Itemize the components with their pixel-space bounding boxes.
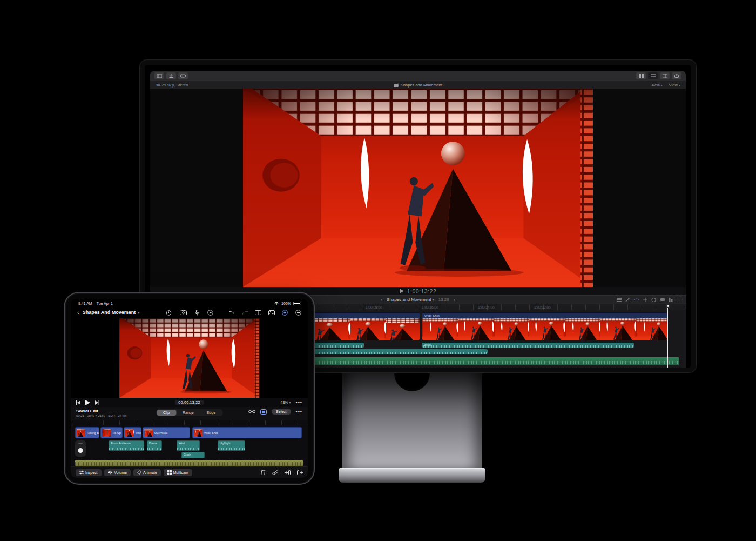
clip-thumbnails xyxy=(422,318,667,340)
play-icon[interactable] xyxy=(85,400,90,405)
audio-clip[interactable]: Wind xyxy=(177,440,200,451)
ruler-label: 1:00:16:00 xyxy=(422,305,438,309)
video-clip[interactable]: Rolling Ball xyxy=(75,427,99,438)
index-icon[interactable] xyxy=(617,298,622,302)
audio-clip[interactable]: Wind xyxy=(422,343,634,348)
keyframe-diamond-icon xyxy=(137,470,141,475)
video-clip[interactable]: Wide Shot xyxy=(192,427,302,438)
overwrite-icon[interactable] xyxy=(297,470,303,475)
play-circle-icon[interactable] xyxy=(207,310,213,316)
audio-clip[interactable]: Crash xyxy=(181,452,205,458)
ipad-screen: 9:41 AM Tue Apr 1 100% ‹ Shapes And Move… xyxy=(71,299,308,478)
clip-thumbnail xyxy=(315,318,350,340)
ipad-timeline-ruler[interactable] xyxy=(71,420,308,425)
trash-icon[interactable] xyxy=(261,470,266,475)
audio-clip[interactable]: Room Ambience xyxy=(109,440,144,451)
clip-thumbnail xyxy=(144,429,153,437)
audio-skimming-icon[interactable] xyxy=(651,298,656,302)
video-clip[interactable]: Wide Shot xyxy=(422,312,667,340)
share-button[interactable] xyxy=(672,72,681,79)
music-track[interactable] xyxy=(75,460,303,466)
timeline-forward-button[interactable]: › xyxy=(454,297,455,303)
clip-thumbnail xyxy=(194,429,202,437)
browser-view-button[interactable] xyxy=(636,72,646,79)
chevron-down-icon: ▾ xyxy=(433,298,434,302)
ipad-project-title[interactable]: Shapes And Movement xyxy=(83,310,136,315)
import-button[interactable] xyxy=(166,72,176,79)
clip-label: Overhead xyxy=(154,431,167,435)
audio-clip[interactable]: Highlight xyxy=(218,440,245,451)
back-chevron-icon[interactable]: ‹ xyxy=(77,309,79,316)
status-time: 9:41 AM xyxy=(78,302,92,305)
multicam-button[interactable]: Multicam xyxy=(164,469,192,476)
zoom-fit-icon[interactable] xyxy=(677,298,681,302)
stand-cable-notch xyxy=(394,372,430,391)
microphone-icon[interactable] xyxy=(195,310,199,316)
volume-button[interactable]: Volume xyxy=(104,469,131,476)
timeline-tool-handle[interactable] xyxy=(75,440,86,457)
clip-label: Tilt Up xyxy=(112,431,121,435)
timeline-view-button[interactable] xyxy=(648,72,658,79)
undo-icon[interactable] xyxy=(229,310,235,316)
viewer-format-info: 8K 29.97p, Stereo xyxy=(156,83,188,88)
inspector-button[interactable] xyxy=(660,72,670,79)
clip-thumbnail xyxy=(77,429,85,437)
clip-thumbnail xyxy=(102,429,111,437)
timer-icon[interactable] xyxy=(166,310,172,316)
viewer-zoom-menu[interactable]: 47% ▾ xyxy=(652,83,663,88)
more-button[interactable]: ••• xyxy=(296,409,302,415)
playhead-handle[interactable] xyxy=(666,304,670,308)
audio-clip[interactable]: Drama xyxy=(147,440,162,451)
blade-icon[interactable] xyxy=(272,470,278,475)
viewer-view-menu[interactable]: View ▾ xyxy=(669,83,680,88)
tools-icon[interactable] xyxy=(625,298,630,302)
ipad-timecode: 00:00:13:22 xyxy=(174,400,204,405)
split-view-icon[interactable] xyxy=(255,310,261,315)
select-button[interactable]: Select xyxy=(272,409,291,415)
audio-clip-label: Highlight xyxy=(218,441,245,445)
inspect-button[interactable]: Inspect xyxy=(76,469,102,476)
video-clip[interactable]: Inside xyxy=(124,427,141,438)
sidebar-toggle-button[interactable] xyxy=(154,72,164,79)
segment-clip[interactable]: Clip xyxy=(157,410,176,416)
viewer-video[interactable] xyxy=(243,89,593,287)
insert-icon[interactable] xyxy=(285,470,291,475)
connect-icon[interactable] xyxy=(248,409,255,414)
clip-browser-icon[interactable] xyxy=(260,409,267,415)
clip-thumbnail xyxy=(125,429,134,437)
skimming-icon[interactable] xyxy=(634,298,639,302)
timeline-back-button[interactable]: ‹ xyxy=(381,297,382,303)
skip-forward-icon[interactable] xyxy=(95,400,99,405)
audio-clip-label: Drama xyxy=(147,441,161,445)
video-clip[interactable]: Overhead xyxy=(143,427,190,438)
record-voiceover-icon[interactable] xyxy=(282,310,288,316)
keywords-button[interactable] xyxy=(178,72,188,79)
clip-thumbnail xyxy=(458,318,494,340)
ipad-nav-bar: ‹ Shapes And Movement ▾ xyxy=(71,306,308,318)
more-button[interactable]: ••• xyxy=(296,400,302,405)
timeline-project-meta: 00:21 · 3840 × 2160 · SDR · 24 fps xyxy=(76,414,127,417)
camera-icon[interactable] xyxy=(180,310,187,315)
redo-icon[interactable] xyxy=(242,310,248,316)
playhead[interactable] xyxy=(667,304,668,368)
segment-edge[interactable]: Edge xyxy=(200,410,222,416)
ipad-zoom-menu[interactable]: 43% ▾ xyxy=(281,400,291,404)
clip-label: Inside xyxy=(136,431,141,435)
timeline-project-name[interactable]: Shapes and Movement ▾ xyxy=(387,297,434,302)
solo-icon[interactable] xyxy=(660,298,665,302)
snapping-icon[interactable] xyxy=(643,298,647,302)
animate-button[interactable]: Animate xyxy=(133,469,161,476)
segment-range[interactable]: Range xyxy=(176,410,200,416)
media-browser-icon[interactable] xyxy=(268,310,275,315)
clip-thumbnail xyxy=(422,318,458,340)
play-icon[interactable] xyxy=(400,289,404,293)
audio-meters-icon[interactable] xyxy=(669,298,673,302)
ipad-viewer-video[interactable] xyxy=(119,318,260,398)
video-clip[interactable]: Tilt Up xyxy=(100,427,123,438)
clip-thumbnail xyxy=(600,318,636,340)
ipad-bottom-toolbar: Inspect Volume Animate Multicam xyxy=(71,466,308,478)
skip-back-icon[interactable] xyxy=(76,400,80,405)
minus-circle-icon[interactable] xyxy=(295,310,301,316)
timeline-project-name: Social Edit xyxy=(76,409,127,413)
chevron-down-icon: ▾ xyxy=(661,84,663,87)
